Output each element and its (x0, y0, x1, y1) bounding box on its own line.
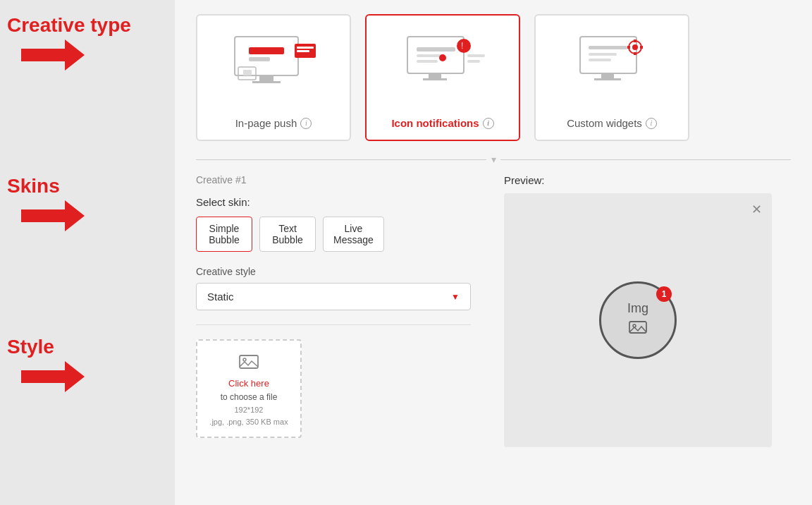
info-icon-in-page-push[interactable]: i (300, 118, 312, 129)
card-custom-widgets[interactable]: Custom widgets i (534, 14, 689, 141)
info-icon-custom-widgets[interactable]: i (646, 118, 657, 129)
card-in-page-push-label: In-page push i (235, 117, 312, 129)
divider-right (500, 159, 791, 160)
svg-rect-9 (297, 50, 309, 52)
sidebar-skins-section: Skins (7, 175, 168, 230)
svg-rect-8 (297, 47, 314, 49)
sidebar-style-section: Style (7, 336, 168, 391)
svg-text:!: ! (461, 41, 463, 51)
svg-rect-3 (249, 47, 284, 54)
sidebar-creative-type-label: Creative type (7, 14, 168, 37)
card-icon-icon-notifications: ! (393, 30, 492, 93)
arrow-right-skins-icon (21, 202, 85, 230)
svg-rect-26 (589, 59, 611, 61)
creative-style-label: Creative style (196, 266, 483, 277)
svg-rect-4 (249, 57, 270, 61)
preview-notification: Img 1 (599, 281, 677, 359)
svg-rect-24 (589, 46, 627, 49)
notification-circle: Img 1 (599, 281, 677, 359)
creative-number: Creative #1 (196, 174, 483, 185)
main-content: In-page push i ! (175, 0, 812, 505)
card-icon-custom-widgets (562, 30, 661, 93)
notification-badge: 1 (656, 286, 672, 302)
chevron-down-icon: ▾ (486, 155, 500, 164)
creative-type-cards: In-page push i ! (196, 14, 791, 141)
dropdown-arrow-icon: ▼ (451, 292, 460, 302)
divider-left (196, 159, 486, 160)
upload-size-text: 192*192 (235, 406, 264, 414)
svg-point-18 (439, 54, 446, 61)
creative-left-panel: Creative #1 Select skin: Simple Bubble T… (196, 174, 483, 447)
svg-rect-19 (467, 54, 485, 57)
sidebar-style-arrow (7, 363, 168, 391)
arrow-head-icon (65, 39, 85, 71)
svg-point-28 (632, 44, 638, 50)
card-custom-widgets-label: Custom widgets i (567, 117, 657, 129)
svg-point-34 (243, 358, 246, 361)
card-in-page-push[interactable]: In-page push i (196, 14, 351, 141)
skins-row: Simple Bubble Text Bubble Live Message (196, 217, 483, 252)
skin-text-bubble[interactable]: Text Bubble (259, 217, 316, 252)
card-icon-in-page-push (224, 30, 323, 93)
select-skin-label: Select skin: (196, 196, 483, 208)
svg-rect-25 (589, 53, 617, 56)
style-dropdown-value: Static (207, 291, 234, 303)
skin-simple-bubble[interactable]: Simple Bubble (196, 217, 252, 252)
svg-rect-22 (601, 73, 614, 78)
info-icon-notifications[interactable]: i (483, 118, 494, 129)
upload-sub-text: to choose a file (221, 392, 278, 402)
upload-click-text[interactable]: Click here (228, 378, 269, 389)
sidebar: Creative type Skins Style (0, 0, 175, 505)
section-divider: ▾ (196, 155, 791, 164)
svg-point-16 (457, 39, 471, 53)
image-icon (629, 320, 647, 339)
preview-label: Preview: (504, 174, 791, 186)
card-icon-notifications-label: Icon notifications i (391, 117, 493, 129)
svg-rect-13 (417, 47, 455, 51)
arrow-head-style-icon (65, 361, 85, 392)
svg-rect-6 (243, 70, 252, 75)
svg-rect-15 (417, 60, 438, 63)
svg-rect-23 (594, 78, 621, 80)
close-icon[interactable]: ✕ (751, 202, 762, 217)
sidebar-style-label: Style (7, 336, 168, 358)
upload-divider (196, 324, 471, 325)
svg-rect-11 (429, 73, 441, 78)
sidebar-creative-type-arrow (7, 41, 168, 69)
skin-live-message[interactable]: Live Message (323, 217, 384, 252)
card-icon-notifications[interactable]: ! Icon notifications i (365, 14, 520, 141)
arrow-right-icon (21, 41, 85, 69)
svg-rect-31 (627, 46, 630, 49)
arrow-head-skins-icon (65, 200, 85, 231)
svg-rect-29 (634, 39, 636, 42)
upload-icon (238, 351, 259, 375)
creative-section: Creative #1 Select skin: Simple Bubble T… (196, 174, 791, 447)
preview-box: ✕ Img 1 (504, 193, 772, 447)
upload-area[interactable]: Click here to choose a file 192*192 .jpg… (196, 339, 302, 438)
svg-rect-30 (634, 52, 636, 55)
svg-rect-33 (240, 355, 258, 368)
svg-rect-2 (252, 81, 281, 83)
sidebar-creative-type-section: Creative type (7, 14, 168, 69)
svg-rect-32 (640, 46, 643, 49)
sidebar-skins-label: Skins (7, 175, 168, 197)
svg-rect-12 (423, 78, 447, 80)
img-label: Img (627, 301, 648, 316)
svg-rect-0 (235, 37, 298, 75)
svg-rect-20 (467, 60, 480, 63)
upload-format-text: .jpg, .png, 350 KB max (209, 418, 288, 426)
style-dropdown[interactable]: Static ▼ (196, 283, 471, 310)
preview-panel: Preview: ✕ Img 1 (504, 174, 791, 447)
sidebar-skins-arrow (7, 202, 168, 230)
arrow-right-style-icon (21, 363, 85, 391)
svg-rect-1 (259, 75, 273, 81)
